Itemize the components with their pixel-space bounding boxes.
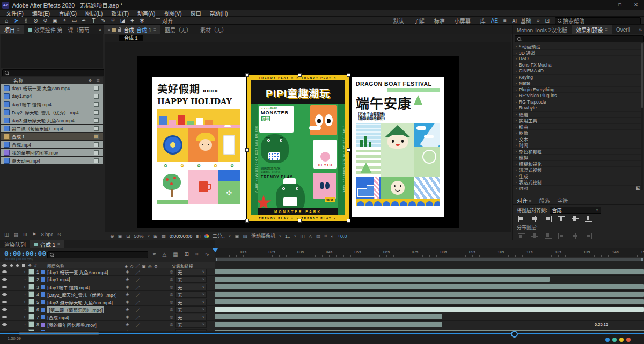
breadcrumb[interactable]: 合成 1 bbox=[119, 35, 143, 41]
layer-row[interactable]: ›4[Day2_摩天轮_雪儿（优秀）.mp4]◈／◎无˅ bbox=[0, 291, 215, 298]
effect-category[interactable]: ›实用工具 bbox=[513, 118, 641, 124]
panel-menu-icon[interactable]: ≡ bbox=[605, 27, 608, 32]
panel-menu-icon[interactable]: ≡ bbox=[153, 27, 156, 32]
current-time-field[interactable]: 0:00:00:00 bbox=[4, 250, 46, 258]
home-tool[interactable]: ⌂ bbox=[2, 17, 11, 24]
tab-overflow-icon[interactable]: » bbox=[636, 25, 644, 34]
selection-handle[interactable] bbox=[347, 148, 350, 152]
effect-category[interactable]: ›过时 bbox=[513, 186, 641, 191]
menu-item[interactable]: 视图(V) bbox=[160, 9, 185, 17]
align-h-center-button[interactable] bbox=[531, 216, 538, 222]
video-column-icon[interactable] bbox=[2, 264, 7, 267]
align-top-button[interactable] bbox=[558, 216, 565, 222]
parent-dropdown[interactable]: 无˅ bbox=[175, 276, 207, 283]
menu-item[interactable]: 文件(F) bbox=[2, 9, 27, 17]
quality-switch-icon[interactable]: ◈ bbox=[126, 269, 129, 275]
time-ruler[interactable]: 01s02s03s04s05s06s07s08s09s10s11s12s13s1… bbox=[215, 248, 644, 258]
motion-blur-icon[interactable]: ⌗ bbox=[195, 251, 199, 258]
layer-switches[interactable]: ◈／ bbox=[126, 314, 140, 320]
menu-item[interactable]: 帮助(H) bbox=[206, 9, 232, 17]
snapshot-camera-icon[interactable]: ◧ bbox=[196, 233, 201, 239]
layer-bar-track[interactable] bbox=[215, 306, 644, 313]
pickwhip-icon[interactable]: ◎ bbox=[170, 322, 173, 327]
effects-switch-icon[interactable]: ／ bbox=[136, 269, 141, 275]
menu-item[interactable]: 窗口 bbox=[187, 9, 205, 17]
playhead-line[interactable] bbox=[215, 248, 215, 331]
sync-settings-icon[interactable]: ⊡ bbox=[545, 18, 550, 24]
distribute-v-center-button[interactable] bbox=[531, 233, 538, 239]
layer-visibility-icon[interactable] bbox=[2, 316, 7, 318]
lock-column-icon[interactable] bbox=[22, 264, 25, 267]
camera-dropdown[interactable]: 活动摄像机 bbox=[251, 232, 275, 239]
effects-switch-icon[interactable]: ／ bbox=[136, 276, 141, 283]
pixel-aspect-icon[interactable]: ◫ bbox=[300, 233, 305, 239]
minimize-button[interactable]: ─ bbox=[596, 0, 612, 10]
layer-switches[interactable]: ◈／ bbox=[126, 321, 140, 328]
panel-menu-icon[interactable]: ≡ bbox=[17, 27, 20, 32]
layer-row[interactable]: ›1[day1 畅玩一夏 九鱼Ann.mp4]◈／◎无˅ bbox=[0, 268, 215, 276]
help-search-input[interactable]: 搜索帮助 bbox=[555, 17, 641, 24]
audio-column-icon[interactable] bbox=[10, 264, 13, 267]
tab-project[interactable]: 项目≡ bbox=[0, 25, 24, 34]
grid-options-icon[interactable]: ⊞ bbox=[153, 233, 158, 239]
layer-bar-track[interactable] bbox=[215, 283, 644, 291]
effect-category[interactable]: ›Plugin Everything bbox=[513, 87, 641, 93]
effect-category[interactable]: ›Matte bbox=[513, 80, 641, 87]
effect-category[interactable]: ›杂色和颗粒 bbox=[513, 149, 641, 155]
effect-category[interactable]: ›扭曲 bbox=[513, 124, 641, 130]
menu-item[interactable]: 动画(A) bbox=[134, 9, 159, 17]
work-area-track[interactable] bbox=[215, 257, 644, 261]
twirl-icon[interactable]: › bbox=[24, 315, 25, 319]
layer-label-chip[interactable] bbox=[28, 291, 34, 297]
project-item[interactable]: 合成 1 bbox=[1, 133, 103, 140]
layer-label-chip[interactable] bbox=[28, 321, 34, 327]
pickwhip-icon[interactable]: ◎ bbox=[170, 277, 173, 282]
twirl-icon[interactable]: › bbox=[24, 270, 25, 274]
menu-item[interactable]: 合成(C) bbox=[55, 9, 80, 17]
poster-dragon-boat[interactable]: DRAGON BOAT FESTIVAL 端午安康 ｛万水千山粽是情｝ ｛糖馅肉… bbox=[352, 77, 444, 217]
layer-duration-bar[interactable] bbox=[215, 307, 644, 312]
quality-switch-icon[interactable]: ◈ bbox=[126, 299, 129, 305]
preview-timecode[interactable]: 0:00:00:00 bbox=[170, 233, 193, 239]
label-column-icon[interactable]: ❖ bbox=[88, 78, 92, 83]
layer-bar-track[interactable] bbox=[215, 313, 644, 321]
graph-editor-icon[interactable]: ∿ bbox=[205, 251, 209, 258]
timeline-button-icon[interactable]: ▤ bbox=[316, 233, 321, 239]
layer-bar-track[interactable] bbox=[215, 298, 644, 306]
magnification-icon[interactable]: ⊡ bbox=[126, 233, 130, 239]
brush-tool[interactable]: ✎ bbox=[99, 17, 108, 24]
distribute-bottom-button[interactable] bbox=[545, 233, 552, 239]
layer-duration-bar[interactable] bbox=[215, 284, 644, 289]
project-item[interactable]: day1.mp4 bbox=[1, 92, 103, 100]
new-folder-icon[interactable]: ▤ bbox=[14, 232, 19, 237]
frame-blending-icon[interactable]: ⊞ bbox=[185, 251, 189, 258]
quality-switch-icon[interactable]: ◈ bbox=[126, 306, 129, 313]
selection-handle[interactable] bbox=[298, 219, 302, 223]
layer-visibility-icon[interactable] bbox=[2, 278, 7, 281]
project-item[interactable]: day3 游乐摩天轮 九鱼Ann.mp4 bbox=[1, 116, 103, 124]
effect-category[interactable]: ›Keying bbox=[513, 75, 641, 81]
effect-category[interactable]: ›抠像 bbox=[513, 130, 641, 136]
layer-label-chip[interactable] bbox=[28, 314, 34, 320]
selection-handle[interactable] bbox=[298, 73, 302, 77]
region-of-interest-icon[interactable]: ▣ bbox=[235, 233, 239, 239]
layer-switches[interactable]: ◈／ bbox=[126, 276, 140, 283]
parent-dropdown[interactable]: 无˅ bbox=[175, 291, 207, 298]
effect-category[interactable]: ›文本 bbox=[513, 136, 641, 143]
selection-handle[interactable] bbox=[245, 148, 249, 152]
effect-category[interactable]: ›RG Trapcode bbox=[513, 99, 641, 106]
tab-timeline-comp[interactable]: 合成 1 ≡ bbox=[30, 240, 64, 248]
tab-align[interactable]: 对齐 ≡ bbox=[517, 196, 531, 204]
layer-visibility-icon[interactable] bbox=[2, 308, 7, 311]
workspace-tab[interactable]: 了解 bbox=[414, 17, 425, 25]
tab-footage[interactable]: 素材（无） bbox=[196, 25, 231, 34]
selection-handle[interactable] bbox=[347, 219, 350, 223]
layer-switches[interactable]: ◈／ bbox=[126, 306, 140, 313]
effect-category[interactable]: ›BAO bbox=[513, 56, 641, 62]
tab-effect-controls[interactable]: 效果控件 第二课（葡萄 bbox=[24, 25, 94, 34]
layer-switches[interactable]: ◈／ bbox=[126, 269, 140, 275]
channel-icon[interactable] bbox=[204, 234, 209, 238]
menu-item[interactable]: 图层(L) bbox=[82, 9, 106, 17]
snapshot-icon[interactable] bbox=[112, 28, 116, 32]
layer-visibility-icon[interactable] bbox=[2, 286, 7, 288]
